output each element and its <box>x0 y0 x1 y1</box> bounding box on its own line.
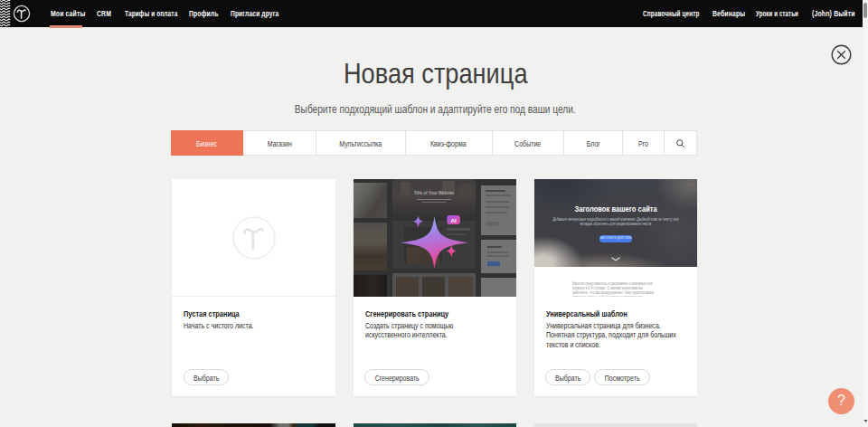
svg-text:AI: AI <box>451 218 457 223</box>
